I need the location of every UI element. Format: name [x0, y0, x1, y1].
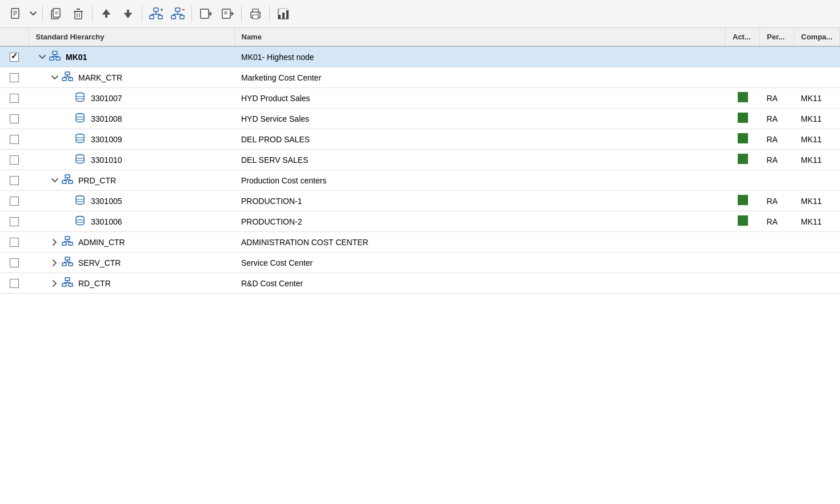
svg-rect-15 — [127, 10, 129, 13]
table-row[interactable]: 3301009DEL PROD SALESRAMK11 — [0, 129, 840, 150]
checkbox[interactable] — [10, 197, 19, 206]
company-cell: MK11 — [794, 150, 840, 170]
col-header-active: Act... — [726, 28, 760, 46]
hierarchy-table-container: Standard Hierarchy Name Act... Per... Co… — [0, 28, 840, 294]
table-row[interactable]: 3301005PRODUCTION-1RAMK11 — [0, 191, 840, 211]
checkbox[interactable] — [10, 135, 19, 144]
name-cell: MK01- Highest node — [234, 46, 726, 67]
svg-rect-96 — [62, 263, 66, 266]
hierarchy-cell: MARK_CTR — [29, 67, 234, 88]
company-cell — [794, 232, 840, 253]
hierarchy-node-icon — [62, 71, 73, 83]
table-row[interactable]: MARK_CTRMarketing Cost Center — [0, 67, 840, 88]
hierarchy-table: Standard Hierarchy Name Act... Per... Co… — [0, 28, 840, 294]
hierarchy-cell: SERV_CTR — [29, 253, 234, 273]
table-row[interactable]: 3301010DEL SERV SALESRAMK11 — [0, 150, 840, 170]
table-row[interactable]: 3301006PRODUCTION-2RAMK11 — [0, 211, 840, 232]
leaf-spacer — [63, 197, 72, 206]
separator-5 — [241, 6, 242, 22]
active-status-indicator — [738, 92, 748, 102]
hierarchy-cell: RD_CTR — [29, 273, 234, 294]
expand-all-button[interactable] — [146, 3, 166, 24]
expand-collapse-icon[interactable] — [50, 176, 59, 185]
hierarchy-cell: 3301007 — [29, 88, 234, 109]
company-cell — [794, 273, 840, 294]
collapse-all-button[interactable] — [167, 3, 188, 24]
checkbox[interactable] — [10, 217, 19, 226]
company-cell — [794, 67, 840, 88]
leaf-node-icon — [74, 92, 86, 104]
checkbox[interactable] — [10, 279, 19, 288]
export-button[interactable] — [217, 3, 238, 24]
svg-rect-102 — [65, 278, 70, 281]
hierarchy-code: 3301006 — [91, 217, 122, 226]
table-row[interactable]: MK01MK01- Highest node — [0, 46, 840, 67]
move-down-button[interactable] — [118, 3, 138, 24]
checkbox[interactable] — [10, 155, 19, 165]
table-row[interactable]: SERV_CTRService Cost Center — [0, 253, 840, 273]
table-row[interactable]: RD_CTRR&D Cost Center — [0, 273, 840, 294]
svg-rect-95 — [65, 257, 70, 260]
svg-rect-56 — [65, 72, 70, 75]
leaf-node-icon — [74, 154, 86, 166]
expand-collapse-icon[interactable] — [50, 279, 59, 288]
checkbox[interactable] — [10, 53, 19, 62]
checkbox[interactable] — [10, 94, 19, 103]
period-cell: RA — [760, 211, 794, 232]
separator-1 — [42, 6, 43, 22]
svg-point-42 — [258, 13, 259, 14]
expand-collapse-icon[interactable] — [50, 238, 59, 247]
leaf-node-icon — [74, 133, 86, 145]
svg-rect-27 — [180, 15, 184, 19]
move-up-button[interactable] — [96, 3, 117, 24]
active-status-cell — [726, 88, 760, 109]
svg-rect-57 — [62, 78, 66, 81]
company-cell: MK11 — [794, 88, 840, 109]
checkbox[interactable] — [10, 258, 19, 267]
hierarchy-code: 3301009 — [91, 135, 122, 144]
checkbox[interactable] — [10, 176, 19, 185]
hierarchy-code: MARK_CTR — [78, 73, 122, 82]
row-checkbox-cell — [0, 46, 29, 67]
checkbox[interactable] — [10, 73, 19, 82]
svg-rect-76 — [62, 181, 66, 183]
active-status-cell — [726, 273, 760, 294]
table-row[interactable]: 3301008HYD Service SalesRAMK11 — [0, 109, 840, 129]
svg-rect-97 — [69, 263, 73, 266]
expand-collapse-icon[interactable] — [50, 258, 59, 267]
delete-button[interactable] — [68, 3, 89, 24]
checkbox[interactable] — [10, 238, 19, 247]
table-row[interactable]: 3301007HYD Product SalesRAMK11 — [0, 88, 840, 109]
period-cell — [760, 273, 794, 294]
hierarchy-node-icon — [49, 51, 61, 63]
copy-button[interactable] — [46, 3, 67, 24]
active-status-indicator — [738, 133, 748, 143]
expand-collapse-icon[interactable] — [38, 53, 47, 62]
active-status-cell — [726, 211, 760, 232]
col-header-company: Compa... — [794, 28, 840, 46]
svg-rect-77 — [69, 181, 73, 183]
company-cell: MK11 — [794, 211, 840, 232]
dropdown-arrow-button[interactable] — [27, 3, 39, 24]
hierarchy-node-icon — [62, 236, 73, 248]
table-row[interactable]: ADMIN_CTRADMINISTRATION COST CENTER — [0, 232, 840, 253]
new-button[interactable] — [6, 3, 26, 24]
checkbox[interactable] — [10, 114, 19, 123]
col-header-checkbox — [0, 28, 29, 46]
expand-collapse-icon[interactable] — [50, 73, 59, 82]
chart-button[interactable] — [273, 3, 294, 24]
print-button[interactable] — [245, 3, 266, 24]
period-cell — [760, 253, 794, 273]
svg-rect-50 — [50, 57, 54, 60]
period-cell: RA — [760, 88, 794, 109]
leaf-spacer — [63, 155, 72, 165]
import-button[interactable] — [195, 3, 216, 24]
col-header-standard-hierarchy: Standard Hierarchy — [29, 28, 234, 46]
row-checkbox-cell — [0, 211, 29, 232]
hierarchy-code: PRD_CTR — [78, 176, 116, 185]
svg-rect-8 — [75, 11, 82, 19]
separator-3 — [142, 6, 142, 22]
active-status-cell — [726, 109, 760, 129]
row-checkbox-cell — [0, 109, 29, 129]
table-row[interactable]: PRD_CTRProduction Cost centers — [0, 170, 840, 191]
